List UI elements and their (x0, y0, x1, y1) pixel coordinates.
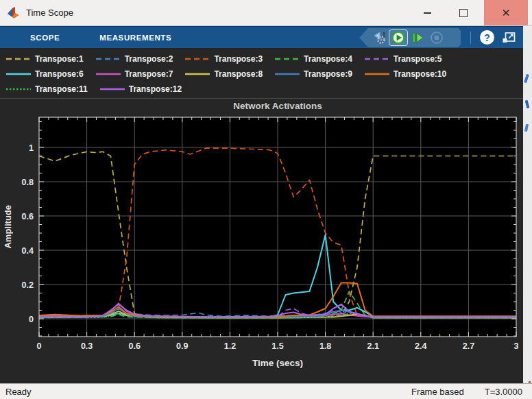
help-icon: ? (484, 32, 490, 43)
legend-line-swatch (364, 56, 390, 62)
legend-label: Transpose:12 (129, 84, 182, 94)
simulation-settings-button[interactable] (370, 29, 389, 47)
legend-line-swatch (5, 56, 32, 62)
close-button[interactable]: ✕ (484, 0, 528, 25)
legend-line-swatch (274, 71, 300, 77)
legend-label: Transpose:3 (214, 54, 263, 64)
window-title: Time Scope (26, 8, 73, 18)
svg-text:0.8: 0.8 (22, 178, 34, 187)
svg-text:0: 0 (37, 341, 42, 351)
legend-item[interactable]: Transpose:12 (99, 84, 182, 94)
legend-label: Transpose:7 (125, 69, 173, 79)
legend-line-swatch (274, 56, 300, 62)
legend-line-swatch (99, 86, 125, 93)
undock-icon (501, 31, 516, 45)
svg-text:0.6: 0.6 (22, 212, 34, 221)
minimize-icon (424, 12, 431, 14)
legend-line-swatch (95, 71, 121, 77)
legend-line-swatch (5, 86, 32, 93)
svg-text:0.2: 0.2 (22, 280, 34, 290)
legend-label: Transpose:6 (35, 69, 84, 79)
legend-label: Transpose:5 (394, 54, 442, 64)
legend-item[interactable]: Transpose:5 (364, 54, 442, 64)
legend-line-swatch (95, 56, 121, 62)
stop-button (427, 29, 446, 47)
maximize-button[interactable] (448, 0, 479, 25)
legend-item[interactable]: Transpose:4 (274, 54, 352, 64)
toolstrip: SCOPE MEASUREMENTS (0, 26, 523, 48)
tab-measurements[interactable]: MEASUREMENTS (99, 34, 171, 42)
status-bar: Ready Frame based T=3.0000 (0, 383, 532, 399)
simulation-settings-icon (372, 31, 387, 45)
status-text: Ready (5, 387, 32, 397)
legend: Transpose:1Transpose:2Transpose:3Transpo… (0, 48, 523, 97)
undock-button[interactable] (500, 30, 517, 45)
playback-controls (359, 28, 461, 47)
svg-text:1.8: 1.8 (319, 341, 331, 351)
maximize-icon (459, 9, 468, 17)
background-glyph (525, 100, 530, 109)
step-forward-icon (411, 31, 424, 45)
svg-text:1: 1 (29, 143, 34, 153)
run-button[interactable] (389, 29, 408, 46)
legend-item[interactable]: Transpose:10 (364, 69, 446, 79)
x-axis-label: Time (secs) (252, 358, 303, 368)
close-icon: ✕ (502, 8, 511, 18)
legend-label: Transpose:1 (35, 54, 84, 64)
legend-item[interactable]: Transpose:2 (95, 54, 173, 64)
svg-text:2.7: 2.7 (463, 341, 474, 351)
time-scope-window: Time Scope ✕ SCOPE MEASUREMENTS (0, 0, 532, 399)
svg-text:0.9: 0.9 (176, 341, 188, 351)
legend-line-swatch (5, 71, 32, 77)
y-axis-label: Amplitude (1, 158, 14, 295)
plot-area[interactable]: 00.30.60.91.21.51.82.12.42.7300.20.40.60… (14, 104, 521, 378)
svg-text:0.3: 0.3 (81, 341, 93, 351)
legend-row: Transpose:1Transpose:2Transpose:3Transpo… (5, 51, 523, 66)
minimize-button[interactable] (411, 0, 443, 25)
legend-label: Transpose:11 (35, 84, 88, 94)
run-icon (391, 31, 405, 45)
legend-item[interactable]: Transpose:1 (5, 54, 84, 64)
svg-text:3: 3 (514, 341, 519, 351)
svg-text:0.4: 0.4 (22, 246, 34, 256)
tab-scope[interactable]: SCOPE (30, 34, 60, 42)
legend-line-swatch (184, 71, 210, 77)
legend-label: Transpose:10 (394, 69, 446, 79)
legend-item[interactable]: Transpose:11 (5, 84, 88, 94)
legend-line-swatch (184, 56, 210, 62)
sim-time-text: T=3.0000 (485, 387, 522, 397)
legend-row: Transpose:6Transpose:7Transpose:8Transpo… (5, 66, 523, 82)
simulink-logo-icon (7, 7, 20, 19)
titlebar: Time Scope ✕ (0, 0, 532, 26)
legend-item[interactable]: Transpose:9 (274, 69, 352, 79)
legend-label: Transpose:9 (304, 69, 352, 79)
legend-label: Transpose:2 (125, 54, 173, 64)
legend-item[interactable]: Transpose:8 (184, 69, 263, 79)
help-button[interactable]: ? (480, 30, 494, 45)
legend-label: Transpose:4 (304, 54, 352, 64)
toolbar-separator (470, 32, 471, 44)
legend-label: Transpose:8 (214, 69, 263, 79)
legend-line-swatch (364, 71, 390, 77)
chart-panel: Network Activations Amplitude 00.30.60.9… (0, 98, 523, 383)
svg-text:0: 0 (29, 315, 34, 324)
background-glyph (524, 74, 529, 84)
legend-item[interactable]: Transpose:7 (95, 69, 173, 79)
svg-text:1.5: 1.5 (271, 341, 283, 351)
step-forward-button[interactable] (408, 29, 427, 47)
svg-text:2.1: 2.1 (367, 341, 379, 351)
legend-row: Transpose:11Transpose:12 (5, 82, 523, 97)
legend-item[interactable]: Transpose:3 (184, 54, 263, 64)
scope-display: Transpose:1Transpose:2Transpose:3Transpo… (0, 48, 523, 383)
background-glyph (524, 124, 529, 132)
svg-text:2.4: 2.4 (415, 341, 426, 351)
background-window-strip (523, 25, 532, 399)
svg-text:1.2: 1.2 (224, 341, 236, 351)
stop-icon (430, 31, 444, 45)
frame-mode-text: Frame based (411, 387, 464, 397)
legend-item[interactable]: Transpose:6 (5, 69, 84, 79)
svg-text:0.6: 0.6 (129, 341, 141, 351)
